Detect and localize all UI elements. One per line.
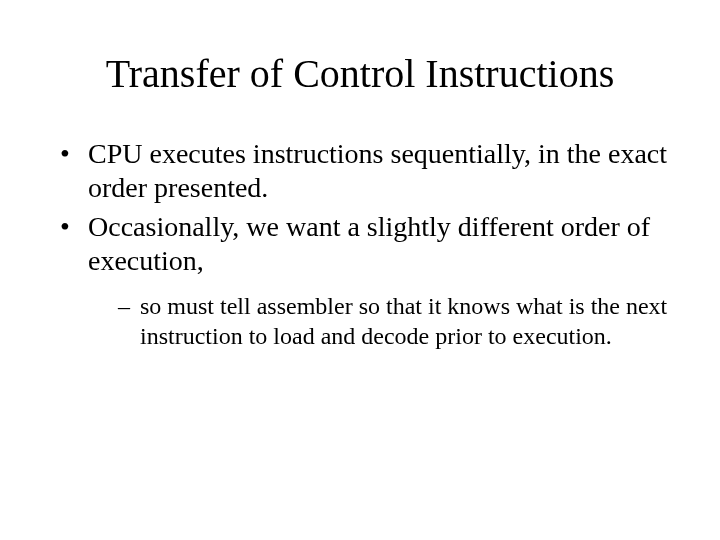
bullet-text: CPU executes instructions sequentially, …: [88, 138, 667, 203]
sub-bullet-item: so must tell assembler so that it knows …: [118, 291, 670, 351]
bullet-text: Occasionally, we want a slightly differe…: [88, 211, 650, 276]
sub-bullet-list: so must tell assembler so that it knows …: [118, 291, 670, 351]
bullet-list: CPU executes instructions sequentially, …: [60, 137, 670, 351]
slide-title: Transfer of Control Instructions: [50, 50, 670, 97]
bullet-item: Occasionally, we want a slightly differe…: [60, 210, 670, 351]
bullet-item: CPU executes instructions sequentially, …: [60, 137, 670, 204]
sub-bullet-text: so must tell assembler so that it knows …: [140, 293, 667, 349]
slide: Transfer of Control Instructions CPU exe…: [0, 0, 720, 540]
